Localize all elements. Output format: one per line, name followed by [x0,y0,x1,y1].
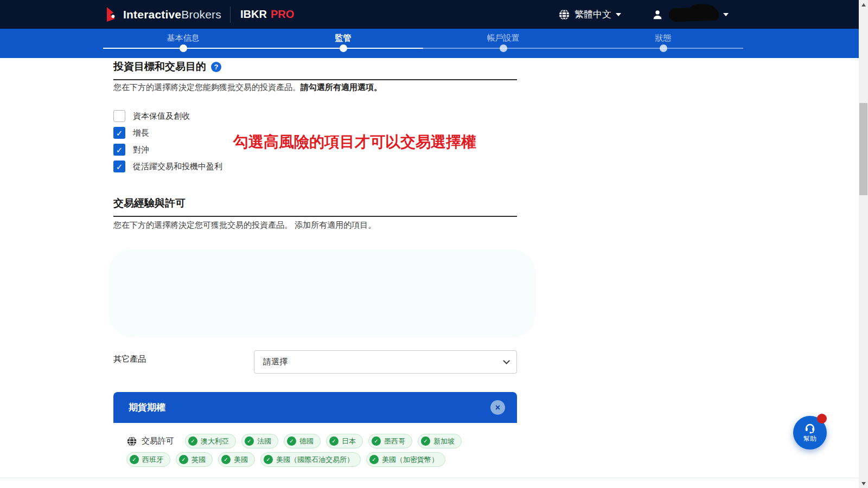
permission-pill-label: 西班牙 [142,455,163,465]
permission-pill-label: 美國 [234,455,248,465]
other-products-select[interactable]: 請選擇 [254,350,517,374]
progress-step-label: 帳戶設置 [423,33,583,43]
checkbox[interactable]: ✓ [113,127,125,139]
progress-step-label: 基本信息 [103,33,263,43]
permission-pill: ✓ 英國 [176,452,213,467]
scrollbar-thumb[interactable] [859,103,867,195]
permissions-wrap: 交易許可 ✓ 澳大利亞 ✓ 法國 ✓ 德國 ✓ 日本 ✓ [126,434,504,467]
permission-pill-label: 英國 [192,455,206,465]
progress-step[interactable]: 帳戶設置 [423,29,583,58]
objective-option-label: 從活躍交易和投機中盈利 [133,162,222,172]
bottom-divider [0,478,859,478]
brand-name: InteractiveBrokers [123,8,221,21]
headset-icon [803,422,816,434]
objectives-description-regular: 您在下方的選擇將決定您能夠獲批交易的投資產品。 [113,82,301,92]
globe-icon [558,9,570,21]
trading-permission-label-group: 交易許可 [126,436,174,447]
progress-step-dot [500,44,507,52]
objective-option-label: 增長 [133,128,149,138]
progress-step-dot [660,44,667,52]
permission-pill: ✓ 澳大利亞 [185,434,236,448]
triangle-up-icon [861,3,866,7]
experience-description: 您在下方的選擇將決定您可獲批交易的投資產品。 添加所有適用的項目。 [113,220,517,230]
objective-option-row[interactable]: ✓ 從活躍交易和投機中盈利 [113,160,222,172]
risk-annotation-text: 勾選高風險的項目才可以交易選擇權 [233,132,476,152]
top-navbar: InteractiveBrokers IBKRPRO 繁體中文 [0,0,859,29]
scrollbar-up-arrow[interactable] [859,0,868,9]
checkbox[interactable]: ✓ [113,110,125,122]
notification-dot [817,414,827,423]
permission-pill: ✓ 西班牙 [126,452,170,467]
futures-panel-header: 期貨期權 × [113,392,517,423]
globe-icon [126,436,137,447]
objectives-description: 您在下方的選擇將決定您能夠獲批交易的投資產品。請勾選所有適用選項。 [113,82,517,93]
permission-pill: ✓ 新加坡 [418,434,462,448]
check-circle-icon: ✓ [369,455,379,464]
check-circle-icon: ✓ [264,455,273,464]
futures-options-panel: 期貨期權 × 交易許可 ✓ 澳大利亞 [113,392,517,478]
check-circle-icon: ✓ [179,455,188,464]
check-icon: ✓ [116,146,123,154]
checkbox[interactable]: ✓ [113,144,125,156]
trading-permission-label: 交易許可 [142,436,174,446]
other-products-label: 其它產品 [113,354,146,364]
user-icon [652,9,663,21]
permission-pill: ✓ 美國 [218,452,255,467]
redacted-username [669,7,719,22]
objective-option-label: 對沖 [133,145,149,155]
objective-option-row[interactable]: ✓ 對沖 [113,144,222,156]
objectives-title-text: 投資目標和交易目的 [113,60,206,74]
permission-pill: ✓ 日本 [326,434,363,448]
progress-step[interactable]: 基本信息 [103,29,263,58]
user-menu[interactable] [652,8,729,21]
check-circle-icon: ✓ [372,436,381,446]
objective-option-label: 資本保值及創收 [133,111,190,121]
brand-name-bold: Interactive [123,8,181,21]
chevron-down-icon [723,13,729,16]
objective-option-row[interactable]: ✓ 增長 [113,127,222,139]
objectives-section-title: 投資目標和交易目的 ? [113,60,517,80]
permission-pill-label: 澳大利亞 [201,436,229,446]
plan-tier: PRO [271,8,294,20]
progress-step-dot [180,44,187,52]
objectives-checklist: ✓ 資本保值及創收 ✓ 增長 ✓ 對沖 ✓ 從活躍交易和投機中盈利 [113,110,222,177]
permission-pill-label: 墨西哥 [384,436,405,446]
checkbox[interactable]: ✓ [113,160,125,172]
permission-pill: ✓ 墨西哥 [368,434,412,448]
check-circle-icon: ✓ [221,455,231,464]
progress-step-dot [340,44,347,52]
header-right: 繁體中文 [558,8,729,21]
objective-option-row[interactable]: ✓ 資本保值及創收 [113,110,222,122]
progress-stepper: 基本信息 監管 帳戶設置 狀態 [103,29,743,58]
check-icon: ✓ [116,163,123,171]
permission-pill-label: 美國（國際石油交易所） [276,455,354,465]
check-icon: ✓ [116,129,123,137]
objectives-description-bold: 請勾選所有適用選項。 [301,82,382,92]
check-circle-icon: ✓ [421,436,430,446]
scrollbar-down-arrow[interactable] [859,479,868,488]
check-circle-icon: ✓ [287,436,296,446]
experience-section-title: 交易經驗與許可 [113,196,517,217]
progress-step-label: 狀態 [583,33,743,43]
select-value: 請選擇 [263,357,288,367]
brand-logo[interactable]: InteractiveBrokers [106,6,221,23]
language-label: 繁體中文 [575,8,611,21]
help-question-icon[interactable]: ? [211,62,221,72]
close-icon[interactable]: × [490,400,505,415]
progress-step[interactable]: 狀態 [583,29,743,58]
language-selector[interactable]: 繁體中文 [558,8,621,21]
permission-pill-label: 德國 [299,436,314,446]
check-circle-icon: ✓ [245,436,254,446]
progress-steps: 基本信息 監管 帳戶設置 狀態 [103,29,743,58]
triangle-down-icon [861,482,866,485]
permission-pill-label: 新加坡 [433,436,455,446]
futures-panel-title: 期貨期權 [129,401,165,414]
select-chevron-icon [503,357,510,364]
redacted-content-area [108,249,536,337]
header-divider [230,7,231,23]
brand-name-light: Brokers [181,8,221,21]
check-circle-icon: ✓ [188,436,197,446]
permission-pill: ✓ 美國（加密貨幣） [366,452,445,467]
progress-step[interactable]: 監管 [263,29,423,58]
scrollbar-track[interactable] [859,0,868,488]
